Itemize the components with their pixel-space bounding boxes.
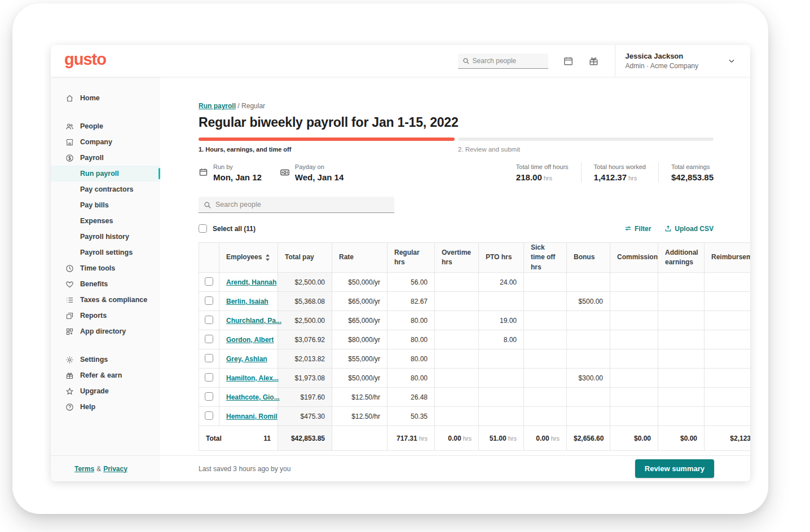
payroll-table: Employees Total pay Rate Regular hrs Ove… [199, 242, 750, 451]
header-checkbox-cell [199, 243, 219, 273]
sidebar-item-benefits[interactable]: Benefits [51, 276, 160, 292]
table-header-row: Employees Total pay Rate Regular hrs Ove… [199, 243, 751, 273]
privacy-link[interactable]: Privacy [103, 465, 127, 473]
topbar: gusto Jessica Jackson Admin · Acme Compa… [51, 45, 750, 77]
row-checkbox[interactable] [205, 296, 213, 305]
user-menu[interactable]: Jessica Jackson Admin · Acme Company [615, 51, 750, 70]
home-icon [65, 94, 74, 103]
row-checkbox[interactable] [205, 335, 213, 343]
select-all-checkbox[interactable] [199, 224, 207, 233]
upload-icon [664, 225, 672, 232]
step-2-label: 2. Review and submit [458, 146, 520, 153]
payroll-info-row: Run by Mon, Jan 12 Payday on Wed, Jan 14 [199, 162, 714, 183]
table-row: Gordon, Albert $3,076.92 $80,000/yr 80.0… [199, 330, 751, 349]
table-row: Arendt, Hannah $2,500.00 $50,000/yr 56.0… [199, 273, 751, 292]
employee-link[interactable]: Hamilton, Alex... [226, 374, 279, 382]
total-time-off: Total time off hours 218.00hrs [516, 162, 581, 183]
total-hours-worked: Total hours worked 1,412.37hrs [581, 162, 658, 183]
sidebar-item-pay-contractors[interactable]: Pay contractors [51, 181, 160, 197]
table-row: Hemnani, Romil $475.30 $12.50/hr 50.35 [199, 407, 751, 426]
calendar-icon[interactable] [563, 56, 574, 66]
column-rate: Rate [332, 243, 388, 273]
row-checkbox[interactable] [205, 354, 213, 362]
select-all-label: Select all (11) [213, 225, 256, 233]
sidebar-item-company[interactable]: Company [51, 134, 160, 150]
building-icon [65, 138, 74, 147]
dollar-circle-icon [65, 153, 74, 162]
gusto-logo: gusto [64, 51, 106, 71]
row-checkbox[interactable] [205, 373, 213, 382]
sidebar-item-refer-earn[interactable]: Refer & earn [51, 367, 160, 383]
filter-button[interactable]: Filter [624, 225, 651, 233]
cash-icon [280, 167, 290, 178]
row-checkbox[interactable] [205, 316, 213, 324]
sidebar-item-payroll-settings[interactable]: Payroll settings [51, 245, 160, 260]
sidebar-item-expenses[interactable]: Expenses [51, 213, 160, 229]
sidebar-item-people[interactable]: People [51, 118, 160, 134]
upload-csv-button[interactable]: Upload CSV [664, 225, 714, 233]
sidebar-item-time-tools[interactable]: Time tools [51, 260, 160, 276]
review-summary-button[interactable]: Review summary [635, 459, 714, 478]
total-earnings: Total earnings $42,853.85 [658, 162, 714, 183]
sidebar: Home People Company Payroll Run payroll [51, 77, 160, 481]
step-progress-bar [199, 138, 714, 141]
table-row: Hamilton, Alex... $1,973.08 $50,000/yr 8… [199, 369, 751, 388]
action-footer: Last saved 3 hours ago by you Review sum… [160, 455, 750, 481]
column-sick-hrs: Sick time off hrs [524, 243, 567, 273]
user-name: Jessica Jackson [626, 51, 698, 61]
run-by: Run by Mon, Jan 12 [199, 162, 262, 183]
employee-link[interactable]: Arendt, Hannah [226, 278, 276, 286]
sidebar-item-reports[interactable]: Reports [51, 308, 160, 323]
employee-link[interactable]: Heathcote, Gio... [226, 393, 280, 401]
total-count: 11 [263, 435, 271, 442]
grid-plus-icon [65, 327, 74, 336]
progress-segment-done [199, 138, 455, 141]
column-employees[interactable]: Employees [219, 243, 278, 273]
sidebar-item-home[interactable]: Home [51, 90, 160, 106]
sort-icon [265, 254, 270, 261]
sidebar-item-app-directory[interactable]: App directory [51, 323, 160, 339]
employee-link[interactable]: Gordon, Albert [226, 336, 274, 344]
gift-icon[interactable] [588, 56, 599, 66]
table-row: Grey, Ashlan $2,013.82 $55,000/yr 80.00 [199, 349, 751, 369]
column-reimbursement: Reimbursement [705, 243, 751, 273]
payroll-totals: Total time off hours 218.00hrs Total hou… [516, 162, 714, 183]
main-content: Run payroll / Regular Regular biweekly p… [160, 77, 750, 455]
row-checkbox[interactable] [205, 411, 213, 420]
table-row: Heathcote, Gio... $197.60 $12.50/hr 26.4… [199, 388, 751, 407]
employee-link[interactable]: Hemnani, Romil [226, 413, 278, 420]
sidebar-item-payroll[interactable]: Payroll [51, 150, 160, 166]
payday-on: Payday on Wed, Jan 14 [280, 162, 344, 183]
filter-icon [624, 225, 632, 232]
sidebar-item-payroll-history[interactable]: Payroll history [51, 229, 160, 245]
last-saved-status: Last saved 3 hours ago by you [199, 465, 290, 473]
row-checkbox[interactable] [205, 277, 213, 286]
search-icon [204, 201, 212, 209]
topbar-search-input[interactable] [458, 54, 548, 69]
list-icon [65, 295, 74, 304]
column-overtime-hrs: Overtime hrs [435, 243, 479, 273]
sidebar-item-upgrade[interactable]: Upgrade [51, 383, 160, 399]
progress-segment-todo [458, 138, 714, 141]
step-1-label: 1. Hours, earnings, and time off [199, 146, 458, 153]
terms-link[interactable]: Terms [74, 465, 94, 473]
sidebar-item-run-payroll[interactable]: Run payroll [51, 166, 160, 181]
sidebar-item-taxes-compliance[interactable]: Taxes & compliance [51, 292, 160, 308]
sidebar-item-settings[interactable]: Settings [51, 352, 160, 367]
heart-icon [65, 280, 74, 289]
column-regular-hrs: Regular hrs [388, 243, 435, 273]
table-search-input[interactable] [199, 197, 394, 213]
breadcrumb-run-payroll-link[interactable]: Run payroll [199, 102, 236, 110]
sidebar-item-pay-bills[interactable]: Pay bills [51, 197, 160, 213]
employee-link[interactable]: Grey, Ashlan [226, 355, 267, 363]
employee-link[interactable]: Berlin, Isaiah [226, 298, 268, 305]
people-icon [65, 122, 74, 131]
sidebar-item-help[interactable]: Help [51, 399, 160, 415]
table-row: Berlin, Isaiah $5,368.08 $65,000/yr 82.6… [199, 292, 751, 311]
employee-link[interactable]: Churchland, Pa... [226, 317, 281, 325]
table-total-row: Total 11 $42,853.85 717.31hrs 0.00hrs 51… [199, 426, 751, 451]
chevron-down-icon [728, 57, 736, 65]
gift-icon [65, 371, 74, 380]
row-checkbox[interactable] [205, 392, 213, 401]
page-title: Regular biweekly payroll for Jan 1-15, 2… [199, 115, 750, 130]
